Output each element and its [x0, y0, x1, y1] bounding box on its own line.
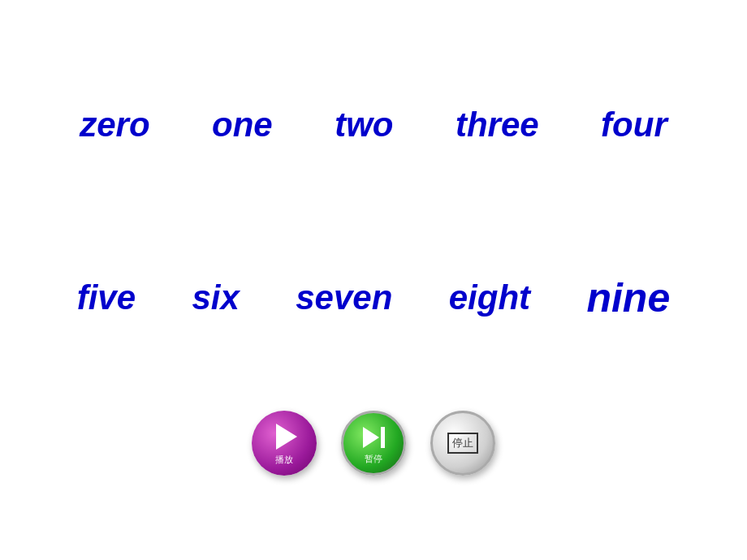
word-nine[interactable]: nine: [586, 274, 670, 321]
bar-icon: [381, 427, 385, 448]
play-icon: [276, 424, 297, 450]
stop-button[interactable]: 停止: [430, 411, 495, 476]
tri-icon: [363, 427, 379, 448]
word-six[interactable]: six: [192, 278, 239, 317]
controls-bar: 播放 暂停 停止: [0, 411, 747, 476]
word-three[interactable]: three: [456, 106, 539, 144]
word-seven[interactable]: seven: [296, 278, 392, 317]
play-button[interactable]: 播放: [252, 411, 317, 476]
numbers-row-1: zero one two three four: [0, 106, 747, 144]
next-button[interactable]: 暂停: [341, 411, 406, 476]
numbers-row-2: five six seven eight nine: [0, 274, 747, 321]
next-icon: [363, 427, 385, 448]
word-five[interactable]: five: [77, 278, 136, 317]
stop-label: 停止: [447, 433, 478, 454]
play-label: 播放: [275, 454, 293, 466]
next-label: 暂停: [365, 453, 382, 465]
word-eight[interactable]: eight: [449, 278, 530, 317]
word-one[interactable]: one: [212, 106, 273, 144]
word-four[interactable]: four: [601, 106, 667, 144]
word-two[interactable]: two: [335, 106, 393, 144]
word-zero[interactable]: zero: [80, 106, 149, 144]
